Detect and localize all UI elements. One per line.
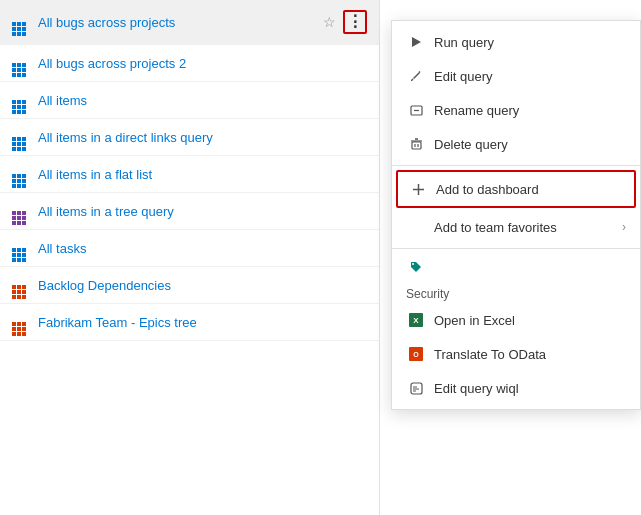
menu-item-excel[interactable]: X Open in Excel: [392, 303, 640, 337]
separator-2: [392, 248, 640, 249]
pencil-icon: [406, 66, 426, 86]
query-item-3[interactable]: All items: [0, 82, 379, 119]
more-button-1[interactable]: ⋮: [343, 10, 367, 34]
wiql-icon: [406, 378, 426, 398]
query-icon-8: [12, 277, 28, 293]
menu-label-odata: Translate To OData: [434, 347, 626, 362]
query-icon-5: [12, 166, 28, 182]
menu-item-edit[interactable]: Edit query: [392, 59, 640, 93]
odata-icon: O: [406, 344, 426, 364]
menu-item-run[interactable]: Run query: [392, 25, 640, 59]
menu-label-delete: Delete query: [434, 137, 626, 152]
tag-row: [392, 253, 640, 281]
query-label-8: Backlog Dependencies: [38, 278, 367, 293]
menu-label-rename: Rename query: [434, 103, 626, 118]
query-icon-2: [12, 55, 28, 71]
menu-label-dashboard: Add to dashboard: [436, 182, 624, 197]
chevron-right-icon: ›: [622, 220, 626, 234]
query-icon-4: [12, 129, 28, 145]
menu-label-excel: Open in Excel: [434, 313, 626, 328]
menu-label-favorites: Add to team favorites: [434, 220, 622, 235]
menu-label-run: Run query: [434, 35, 626, 50]
star-button-1[interactable]: ☆: [319, 12, 339, 32]
separator-1: [392, 165, 640, 166]
query-label-7: All tasks: [38, 241, 367, 256]
favorites-icon: [406, 217, 426, 237]
rename-icon: [406, 100, 426, 120]
query-item-2[interactable]: All bugs across projects 2: [0, 45, 379, 82]
query-label-1: All bugs across projects: [38, 15, 319, 30]
tag-icon: [406, 257, 426, 277]
query-item-6[interactable]: All items in a tree query: [0, 193, 379, 230]
menu-label-edit: Edit query: [434, 69, 626, 84]
query-item-7[interactable]: All tasks: [0, 230, 379, 267]
menu-item-favorites[interactable]: Add to team favorites ›: [392, 210, 640, 244]
menu-item-wiql[interactable]: Edit query wiql: [392, 371, 640, 405]
menu-item-rename[interactable]: Rename query: [392, 93, 640, 127]
query-icon-6: [12, 203, 28, 219]
play-icon: [406, 32, 426, 52]
menu-item-odata[interactable]: O Translate To OData: [392, 337, 640, 371]
query-icon-7: [12, 240, 28, 256]
query-item-8[interactable]: Backlog Dependencies: [0, 267, 379, 304]
query-item-5[interactable]: All items in a flat list: [0, 156, 379, 193]
svg-point-10: [412, 263, 414, 265]
query-icon-9: [12, 314, 28, 330]
menu-item-dashboard[interactable]: Add to dashboard: [396, 170, 636, 208]
query-label-3: All items: [38, 93, 367, 108]
trash-icon: [406, 134, 426, 154]
query-icon-1: [12, 14, 28, 30]
menu-item-delete[interactable]: Delete query: [392, 127, 640, 161]
query-label-9: Fabrikam Team - Epics tree: [38, 315, 367, 330]
excel-icon: X: [406, 310, 426, 330]
security-label: Security: [392, 281, 640, 303]
query-label-5: All items in a flat list: [38, 167, 367, 182]
query-item-1[interactable]: All bugs across projects ☆ ⋮: [0, 0, 379, 45]
query-icon-3: [12, 92, 28, 108]
context-menu: Run query Edit query Rename query Delete…: [391, 20, 641, 410]
query-label-4: All items in a direct links query: [38, 130, 367, 145]
query-item-4[interactable]: All items in a direct links query: [0, 119, 379, 156]
query-item-9[interactable]: Fabrikam Team - Epics tree: [0, 304, 379, 341]
plus-icon: [408, 179, 428, 199]
query-list: All bugs across projects ☆ ⋮ All bugs ac…: [0, 0, 380, 515]
query-label-2: All bugs across projects 2: [38, 56, 367, 71]
svg-marker-0: [412, 37, 421, 47]
menu-label-wiql: Edit query wiql: [434, 381, 626, 396]
query-label-6: All items in a tree query: [38, 204, 367, 219]
svg-rect-3: [412, 142, 421, 149]
